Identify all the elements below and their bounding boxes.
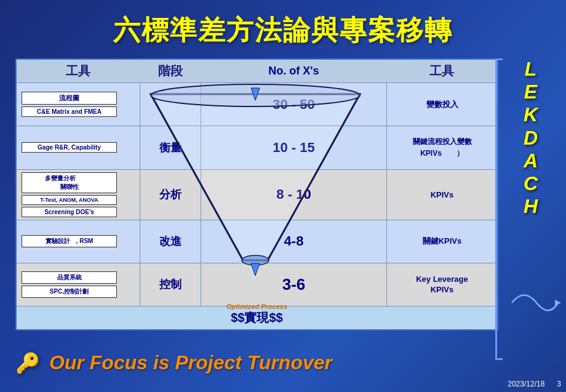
tool-multi-var: 多變量分析 關聯性 bbox=[22, 172, 117, 193]
nox-analyze: 8 - 10 bbox=[201, 170, 386, 220]
row-improve: 實驗設計 , RSM 改進 4-8 關鍵KPIVs bbox=[17, 220, 497, 263]
row-analyze: 多變量分析 關聯性 T-Test, ANOM, ANOVA Screening … bbox=[17, 170, 497, 220]
title-area: 六標準差方法論與專案移轉 bbox=[0, 6, 566, 55]
nox-define: 30 - 50 bbox=[201, 83, 386, 126]
stage-improve: 改進 bbox=[140, 220, 201, 263]
lekdach-D: D bbox=[524, 127, 538, 149]
tools-left-improve: 實驗設計 , RSM bbox=[17, 220, 140, 263]
tool-ce-matrix: C&E Matrix and FMEA bbox=[22, 106, 117, 117]
tool-screening: Screening DOE's bbox=[22, 207, 117, 217]
tool-flow-chart: 流程圖 bbox=[22, 92, 117, 105]
nox-control: 3-6 bbox=[201, 263, 386, 306]
header-row: 工具 階段 No. of X's 工具 bbox=[17, 60, 497, 83]
tools-left-measure: Gage R&R, Capability bbox=[17, 126, 140, 169]
tools-right-define: 變數投入 bbox=[386, 83, 497, 126]
tool-doe: 實驗設計 , RSM bbox=[22, 235, 117, 247]
tools-right-analyze: KPIVs bbox=[386, 170, 497, 220]
lekdach-E: E bbox=[524, 81, 537, 103]
nox-improve: 4-8 bbox=[201, 220, 386, 263]
dollar-row: $$實現$$ bbox=[17, 306, 497, 329]
nox-measure: 10 - 15 bbox=[201, 126, 386, 169]
header-tools-right: 工具 bbox=[386, 63, 497, 79]
date-label: 2023/12/18 bbox=[508, 380, 544, 388]
lekdach-C: C bbox=[524, 173, 538, 194]
bracket-decoration bbox=[495, 58, 503, 360]
header-stages: 階段 bbox=[140, 63, 201, 79]
lekdach-L: L bbox=[525, 58, 537, 80]
tools-right-control: Key Leverage KPIVs bbox=[386, 263, 497, 306]
header-nox: No. of X's bbox=[201, 65, 386, 78]
stage-analyze: 分析 bbox=[140, 170, 201, 220]
header-tools-left: 工具 bbox=[17, 63, 140, 79]
stage-measure: 衡量 bbox=[140, 126, 201, 169]
lekdach-H: H bbox=[524, 196, 538, 217]
tools-right-measure: 關鍵流程投入變數 KPIVs ） bbox=[386, 126, 497, 169]
main-title: 六標準差方法論與專案移轉 bbox=[0, 12, 566, 49]
tools-left-analyze: 多變量分析 關聯性 T-Test, ANOM, ANOVA Screening … bbox=[17, 170, 140, 220]
wave-arrow-decoration bbox=[506, 275, 561, 330]
bottom-right: 2023/12/18 3 bbox=[508, 380, 561, 388]
lekdach-sidebar: L E K D A C H bbox=[501, 58, 560, 217]
focus-text: Our Focus is Project Turnover bbox=[49, 351, 332, 374]
key-icon: 🔑 bbox=[15, 351, 40, 375]
stage-control: 控制 bbox=[140, 263, 201, 306]
tools-left-control: 品質系統 SPC,控制計劃 bbox=[17, 263, 140, 306]
data-rows: 流程圖 C&E Matrix and FMEA 30 - 50 變數投入 Gag… bbox=[17, 83, 497, 306]
tool-gage: Gage R&R, Capability bbox=[22, 142, 117, 153]
tool-quality: 品質系統 bbox=[22, 271, 117, 284]
page-number: 3 bbox=[557, 380, 561, 388]
tools-left-define: 流程圖 C&E Matrix and FMEA bbox=[17, 83, 140, 126]
tool-spc: SPC,控制計劃 bbox=[22, 286, 117, 298]
stage-define bbox=[140, 83, 201, 126]
tool-ttest: T-Test, ANOM, ANOVA bbox=[22, 195, 117, 205]
main-content-box: 工具 階段 No. of X's 工具 流程圖 C&E Matrix and F… bbox=[15, 58, 498, 330]
lekdach-A: A bbox=[524, 150, 538, 172]
focus-bar: 🔑 Our Focus is Project Turnover bbox=[15, 346, 498, 380]
svg-marker-6 bbox=[555, 300, 561, 306]
tools-right-improve: 關鍵KPIVs bbox=[386, 220, 497, 263]
row-measure: Gage R&R, Capability 衡量 10 - 15 關鍵流程投入變數… bbox=[17, 126, 497, 169]
row-define: 流程圖 C&E Matrix and FMEA 30 - 50 變數投入 bbox=[17, 83, 497, 126]
lekdach-K: K bbox=[524, 104, 538, 126]
row-control: 品質系統 SPC,控制計劃 控制 3-6 Key Leverage KPIVs bbox=[17, 263, 497, 306]
